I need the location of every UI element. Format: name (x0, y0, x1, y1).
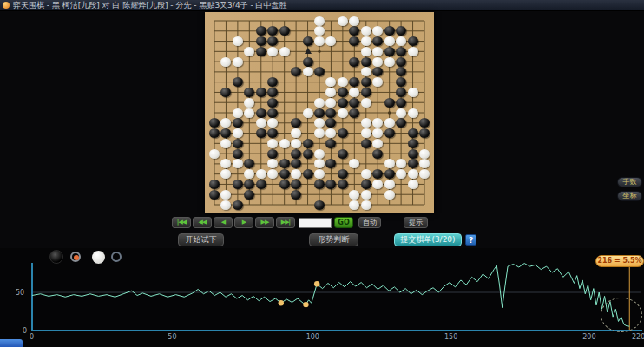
black-stone (256, 88, 266, 97)
back-one-button[interactable]: ◀ (214, 217, 233, 228)
black-stone (338, 88, 348, 97)
white-stone (244, 108, 254, 118)
white-stone (361, 98, 371, 108)
help-button[interactable]: ? (465, 234, 476, 246)
black-stone (408, 159, 418, 168)
endgame-highlight-circle (601, 298, 642, 332)
mistake-dot (279, 300, 284, 305)
white-stone (291, 139, 301, 148)
black-stone (314, 108, 325, 118)
white-stone (279, 47, 290, 56)
black-stone (291, 190, 301, 200)
position-judge-button[interactable]: 形势判断 (309, 233, 358, 246)
white-stone (267, 139, 278, 148)
winrate-graph-panel: 216 = 5.5% 050100150200220050 (0, 248, 644, 347)
black-stone (267, 149, 278, 159)
white-stone-legend-icon[interactable] (92, 251, 105, 264)
black-stone (408, 36, 418, 46)
white-stone (244, 98, 254, 108)
y-axis-tick-label: 50 (16, 289, 24, 297)
black-stone (408, 128, 418, 138)
move-number-input[interactable] (299, 218, 332, 228)
go-to-end-button[interactable]: ▶▶| (276, 217, 295, 228)
window-title: 弈天围棋 - 黑 柯洁[九段] 对 白 陈耀烨[九段] - 分先 - 黑贴3又3… (13, 0, 287, 11)
taskbar-fragment[interactable] (0, 339, 23, 347)
trial-play-button[interactable]: 开始试下 (178, 233, 224, 246)
coordinates-toggle-button[interactable]: 坐标 (617, 191, 642, 201)
white-stone (372, 139, 383, 148)
black-stone (267, 108, 278, 118)
white-stone (209, 149, 220, 159)
white-stone (303, 108, 313, 118)
app-icon (3, 2, 10, 9)
white-stone (408, 169, 418, 179)
hint-button[interactable]: 提示 (404, 217, 428, 228)
black-stone (325, 108, 336, 118)
white-stone (233, 36, 243, 46)
go-to-start-button[interactable]: |◀◀ (172, 217, 191, 228)
white-stone (361, 169, 371, 179)
white-stone (349, 16, 359, 26)
white-stone (372, 57, 383, 67)
white-stone (372, 47, 383, 56)
black-stone (256, 128, 266, 138)
white-stone (384, 57, 395, 67)
back-fast-button[interactable]: ◀◀ (193, 217, 212, 228)
move-numbers-toggle-button[interactable]: 手数 (617, 177, 642, 187)
black-stone (314, 200, 325, 210)
white-stone (279, 139, 290, 148)
black-stone (384, 128, 395, 138)
black-stone (233, 77, 243, 87)
white-stone (314, 128, 325, 138)
white-stone (220, 200, 231, 210)
black-stone (256, 36, 266, 46)
forward-one-button[interactable]: ▶ (234, 217, 253, 228)
x-axis-tick-label: 50 (168, 333, 176, 341)
white-stone (384, 36, 395, 46)
black-stone (233, 139, 243, 148)
black-stone (419, 128, 430, 138)
white-series-radio[interactable] (111, 252, 122, 262)
black-stone (338, 180, 348, 189)
black-stone (314, 180, 325, 189)
black-stone (256, 180, 266, 189)
submit-analysis-button[interactable]: 提交棋单(3/20) (394, 233, 462, 246)
app-window: 弈天围棋 - 黑 柯洁[九段] 对 白 陈耀烨[九段] - 分先 - 黑贴3又3… (0, 0, 644, 347)
black-stone (338, 149, 348, 159)
current-move-winrate-badge: 216 = 5.5% (595, 255, 644, 267)
black-stone (396, 57, 406, 67)
title-bar[interactable]: 弈天围棋 - 黑 柯洁[九段] 对 白 陈耀烨[九段] - 分先 - 黑贴3又3… (0, 0, 644, 11)
white-stone (338, 16, 348, 26)
white-stone (408, 47, 418, 56)
auto-play-button[interactable]: 自动 (358, 217, 381, 228)
black-series-radio-selected[interactable] (70, 252, 81, 262)
go-board[interactable] (205, 12, 434, 213)
black-stone (349, 57, 359, 67)
mistake-dot (303, 302, 308, 307)
white-stone (361, 118, 371, 128)
black-stone (279, 169, 290, 179)
white-stone (384, 180, 395, 189)
white-stone (349, 200, 359, 210)
white-stone (233, 108, 243, 118)
black-stone (361, 180, 371, 189)
white-stone (256, 118, 266, 128)
black-stone (291, 180, 301, 189)
white-stone (314, 149, 325, 159)
white-stone (303, 67, 313, 76)
black-stone (349, 108, 359, 118)
white-stone (314, 98, 325, 108)
black-stone (303, 169, 313, 179)
forward-fast-button[interactable]: ▶▶ (255, 217, 274, 228)
black-stone (303, 149, 313, 159)
go-button[interactable]: GO (334, 217, 353, 228)
black-stone (349, 98, 359, 108)
black-stone (279, 180, 290, 189)
black-stone (384, 169, 395, 179)
white-stone (314, 36, 325, 46)
black-stone-legend-icon[interactable] (49, 250, 63, 264)
black-stone (267, 98, 278, 108)
black-stone (303, 36, 313, 46)
x-axis-tick-label: 200 (582, 333, 595, 341)
white-stone (408, 180, 418, 189)
